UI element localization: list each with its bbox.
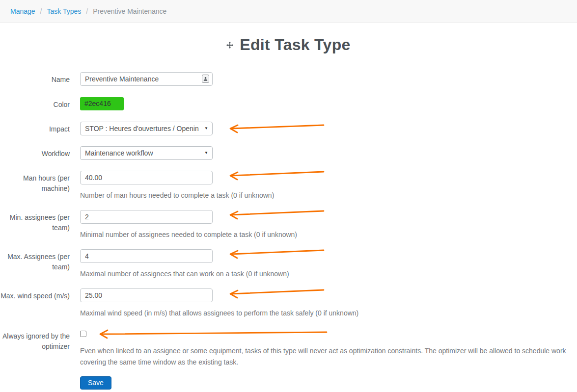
max-wind-speed-label: Max. wind speed (m/s) (0, 288, 70, 301)
save-button[interactable]: Save (80, 376, 111, 390)
form-row-max-assignees: Max. Assignees (per team) Maximal number… (0, 249, 577, 280)
form-row-min-assignees: Min. assignees (per team) Minimal number… (0, 210, 577, 240)
max-wind-speed-help-text: Maximal wind speed (in m/s) that allows … (80, 308, 571, 319)
form-row-workflow: Workflow Maintenance workflow ▼ (0, 146, 577, 160)
workflow-select[interactable]: Maintenance workflow (80, 146, 213, 160)
form-row-name: Name (0, 72, 577, 86)
breadcrumb-link-manage[interactable]: Manage (10, 7, 35, 15)
max-assignees-help-text: Maximal number of assignees that can wor… (80, 268, 571, 280)
man-hours-help-text: Number of man hours needed to complete a… (80, 190, 571, 201)
page-title-row: Edit Task Type (0, 36, 577, 54)
move-icon (226, 42, 233, 49)
breadcrumb-separator: / (40, 7, 42, 15)
min-assignees-help-text: Minimal number of assignees needed to co… (80, 229, 571, 240)
max-wind-speed-input[interactable] (80, 288, 213, 302)
always-ignored-label: Always ignored by the optimizer (0, 329, 70, 352)
breadcrumb-current-item: Preventive Maintenance (93, 7, 166, 15)
min-assignees-input[interactable] (80, 210, 213, 224)
save-label-spacer (0, 376, 70, 379)
form-row-max-wind-speed: Max. wind speed (m/s) Maximal wind speed… (0, 288, 577, 319)
man-hours-label: Man hours (per machine) (0, 171, 70, 194)
min-assignees-label: Min. assignees (per team) (0, 210, 70, 233)
name-input[interactable] (80, 72, 213, 86)
impact-label: Impact (0, 122, 70, 134)
contact-autofill-icon[interactable] (202, 75, 209, 83)
form-row-save: Save (0, 376, 577, 390)
impact-select[interactable]: STOP : Heures d'ouvertures / Openin (80, 122, 213, 135)
breadcrumb-link-task-types[interactable]: Task Types (47, 7, 81, 15)
man-hours-input[interactable] (80, 171, 213, 184)
form-row-always-ignored: Always ignored by the optimizer Even whe… (0, 329, 577, 368)
max-assignees-input[interactable] (80, 249, 213, 263)
color-swatch[interactable]: #2ec416 (80, 97, 124, 110)
always-ignored-help-text: Even when linked to an assignee or some … (80, 345, 571, 368)
form-row-man-hours: Man hours (per machine) Number of man ho… (0, 171, 577, 201)
form-row-impact: Impact STOP : Heures d'ouvertures / Open… (0, 122, 577, 135)
breadcrumb: Manage / Task Types / Preventive Mainten… (0, 0, 577, 23)
page-title: Edit Task Type (240, 36, 350, 54)
max-assignees-label: Max. Assignees (per team) (0, 249, 70, 272)
breadcrumb-separator: / (86, 7, 88, 15)
form-row-color: Color #2ec416 (0, 97, 577, 110)
name-label: Name (0, 72, 70, 85)
always-ignored-checkbox[interactable] (80, 331, 86, 337)
color-label: Color (0, 97, 70, 110)
workflow-label: Workflow (0, 146, 70, 159)
edit-task-type-form: Name Color #2ec416 Impact (0, 72, 577, 390)
